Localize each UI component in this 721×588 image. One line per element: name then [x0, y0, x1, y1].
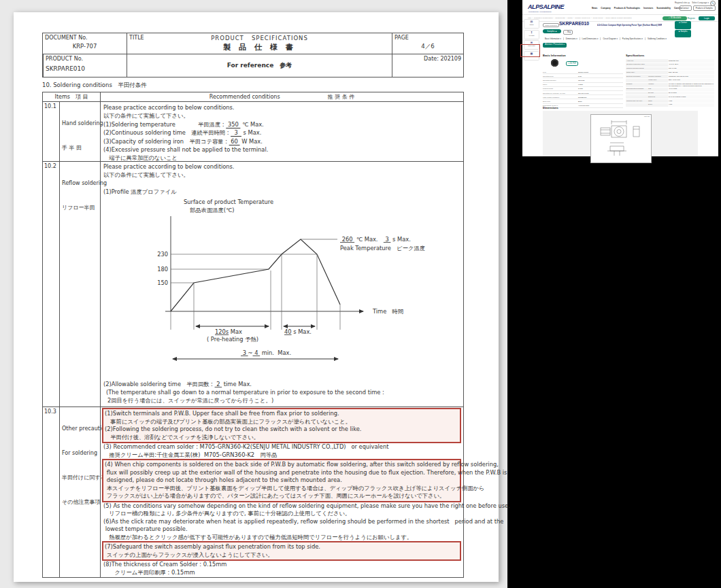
text-line: (2)Following the soldering process, do n… — [105, 426, 458, 434]
3d-pdf-button[interactable]: ⟲ 3D PDF — [566, 61, 578, 66]
annotation-highlight-box — [520, 44, 540, 57]
table-header-row: Items 項 目 Recommended conditions 推 奨 条 件 — [43, 92, 463, 101]
text-line: 端子に異常加圧のないこと — [103, 154, 463, 162]
document-no-cell: DOCUMENT No. KRP-707 — [43, 33, 127, 54]
samples-button[interactable]: Samples ⊕ — [543, 29, 561, 33]
unit-label: Unit: mm — [644, 116, 650, 117]
reference-text: For reference 参考 — [127, 61, 392, 70]
technical-drawing — [591, 115, 651, 160]
nav-item-investors[interactable]: Investors — [643, 7, 653, 10]
table-row: 10.2 Reflow soldering リフロー半田 Please prac — [43, 161, 463, 407]
tab-basic-information[interactable]: Basic Information ▾ — [543, 37, 564, 40]
temperature-profile-line — [171, 239, 340, 311]
table-row: 10.1 Hand soldering 手 半 田 Please practic… — [43, 101, 463, 161]
svg-text:40 s Max.: 40 s Max. — [284, 328, 312, 335]
row-content: (1)Switch terminals and P.W.B. Upper fac… — [100, 407, 463, 577]
svg-text:120s Max: 120s Max — [215, 328, 242, 335]
alpsalpine-logo[interactable]: ALPSALPINE — [528, 3, 564, 10]
text-line: designed, please do not locate through h… — [105, 477, 458, 485]
table-row: Export4,000 — [626, 103, 714, 107]
svg-text:(1)Profile 温度プロファイル: (1)Profile 温度プロファイル — [103, 188, 177, 195]
product-photo — [551, 59, 558, 67]
login-button[interactable]: Login — [699, 16, 715, 20]
text-line: 推奨クリーム半田:千住金属工業(株) M705-GRN360-K2 同等品 — [102, 451, 463, 460]
tab-circuit-diagram[interactable]: Circuit Diagram ▾ — [601, 37, 620, 40]
attention-button[interactable]: Attention / Precautions ▾ — [543, 43, 567, 48]
svg-text:Surface of product Temperature: Surface of product Temperature — [184, 198, 273, 205]
svg-text:( Pre-heating 予熱): ( Pre-heating 予熱) — [207, 336, 258, 343]
products-samples-button[interactable]: Products & Samples — [693, 5, 716, 11]
date-cell: Date: 202109 — [392, 54, 463, 77]
reflow-profile-chart: Please practice according to below condi… — [101, 162, 464, 407]
nav-item-company[interactable]: Company — [601, 7, 611, 10]
svg-text:230: 230 — [157, 251, 168, 258]
item-line: Reflow soldering — [62, 179, 100, 188]
nav-item-news[interactable]: News — [592, 7, 597, 10]
float-samples-button[interactable]: ⊞ Samples — [675, 30, 691, 37]
tab-soldering-conditions[interactable]: Soldering Conditions ▾ — [645, 37, 669, 40]
table-row: DurabilityVibration10 to 55 Hz vibration… — [626, 83, 714, 88]
text-line: 事前にスイッチの端子及びプリント基板の部品実装面上にフラックスが塗られていないこ… — [105, 418, 458, 426]
rail-label: CAD Data — [524, 35, 539, 36]
tab-dimensions[interactable]: Dimensions ▾ — [564, 37, 580, 40]
product-no-value: SKRPARE010 — [46, 65, 85, 72]
svg-text:Peak Temperature ピーク温度: Peak Temperature ピーク温度 — [340, 245, 425, 252]
basic-information-heading: Basic Information — [543, 54, 623, 57]
product-code: SKRPARE010 — [559, 21, 589, 26]
product-status-tag: Mass production — [543, 23, 559, 27]
tab-land-dimensions[interactable]: Land Dimensions ▾ — [580, 37, 601, 40]
text-line: (1)Soldering temperature 半田温度 : 350 ℃ Ma… — [103, 120, 463, 128]
float-contact-button[interactable]: ✉ Contact — [675, 21, 691, 29]
svg-text:部品表面温度(℃): 部品表面温度(℃) — [190, 207, 235, 213]
text-line: スイッチの上面からフラックスが浸入しないようにして下さい。 — [105, 551, 458, 559]
nav-item-sustainability[interactable]: Sustainability — [656, 7, 671, 10]
document-no-value: KRP-707 — [43, 43, 127, 50]
row-content: Please practice according to below condi… — [100, 162, 463, 407]
svg-text:Time 時間: Time 時間 — [372, 308, 403, 315]
row-number: 10.2 — [43, 162, 59, 407]
title-jp: 製 品 仕 様 書 — [127, 42, 392, 52]
conditions-header-jp: 推 奨 条 件 — [328, 92, 355, 101]
rail-item-cad-data[interactable]: ↧ CAD Data — [524, 30, 539, 39]
register-link[interactable]: Register — [688, 17, 695, 20]
text-line: (4)Excessive pressure shall not be appli… — [103, 145, 463, 154]
utility-links[interactable]: Regional sites ⊕ Select Language ▾ — [675, 1, 709, 4]
conditions-header: Recommended conditions 推 奨 条 件 — [100, 92, 463, 101]
text-line: 本スイッチをリフロー半田後、プリント基板裏面をディップ半田して使用する場合は、デ… — [105, 485, 458, 493]
tab-packing-specifications[interactable]: Packing Specifications ▾ — [620, 37, 645, 40]
buy-button[interactable]: ☆ Buy — [563, 30, 573, 35]
item-line: 半田付けに関する — [62, 474, 100, 482]
product-description: 4.2×3.2mm Compact High Operating Force T… — [597, 24, 662, 27]
dimensions-heading: Dimensions — [543, 106, 558, 109]
svg-text:260 ℃ Max. 3 s Max.: 260 ℃ Max. 3 s Max. — [340, 236, 411, 243]
section-title: 10. Soldering conditions 半田付条件 — [42, 82, 147, 90]
item-line: For soldering — [62, 449, 100, 457]
annotation-highlight-box: (7)Safeguard the switch assembly against… — [102, 541, 461, 561]
item-line: Hand soldering — [62, 120, 100, 128]
text-line: (1)Switch terminals and P.W.B. Upper fac… — [105, 410, 458, 418]
annotation-highlight-box: (4) When chip components is soldered on … — [102, 459, 461, 502]
contact-button[interactable]: Contact — [680, 5, 692, 11]
document-viewer: DOCUMENT No. KRP-707 TITLE PRODUCT SPECI… — [0, 0, 507, 588]
annotation-highlight-box: (1)Switch terminals and P.W.B. Upper fac… — [102, 408, 461, 443]
nav-item-products[interactable]: Products & Technologies — [614, 7, 640, 10]
breadcrumb[interactable]: TOP ＞ Products & Technologies ＞ Componen… — [528, 17, 632, 19]
svg-text:以下の条件にて実施して下さい。: 以下の条件にて実施して下さい。 — [103, 171, 189, 178]
svg-text:150: 150 — [157, 279, 168, 286]
text-line: lowest temperature possible. — [102, 525, 463, 534]
product-no-label: PRODUCT No. — [46, 56, 83, 62]
text-line: リフロー槽の種類により, 多少条件が異なりますので, 事前に十分確認の上使用して… — [102, 510, 463, 518]
text-line: (3) Recommended cream solder : M705-GRN3… — [102, 443, 463, 451]
row-item: Other precautions For soldering 半田付けに関する… — [59, 407, 100, 577]
svg-text:(The temperature shall go down: (The temperature shall go down to a norm… — [106, 389, 384, 396]
text-line: (5) As the conditions vary somehow depen… — [102, 502, 463, 511]
text-line: 以下の条件にて実施して下さい。 — [103, 111, 463, 120]
basic-info-table: TypeSurface mount Operating force5.0N Op… — [543, 70, 623, 108]
webpage-thumbnail[interactable]: Regional sites ⊕ Select Language ▾ 🔍 ALP… — [522, 0, 718, 156]
rail-item-catalog[interactable]: ▤ Catalog — [524, 19, 539, 29]
items-header: Items 項 目 — [43, 92, 100, 101]
item-line: Other precautions — [62, 425, 100, 433]
svg-text:2回目を行う場合には、スイッチが常温に戻ってから行うこと。): 2回目を行う場合には、スイッチが常温に戻ってから行うこと。) — [107, 397, 273, 404]
3d-available-pill[interactable]: ✓ 3D Available — [663, 16, 687, 20]
text-line: フラックスがはい上がる場合がありますので、パターン設計にあたってはスイッチ下面、… — [105, 492, 458, 500]
